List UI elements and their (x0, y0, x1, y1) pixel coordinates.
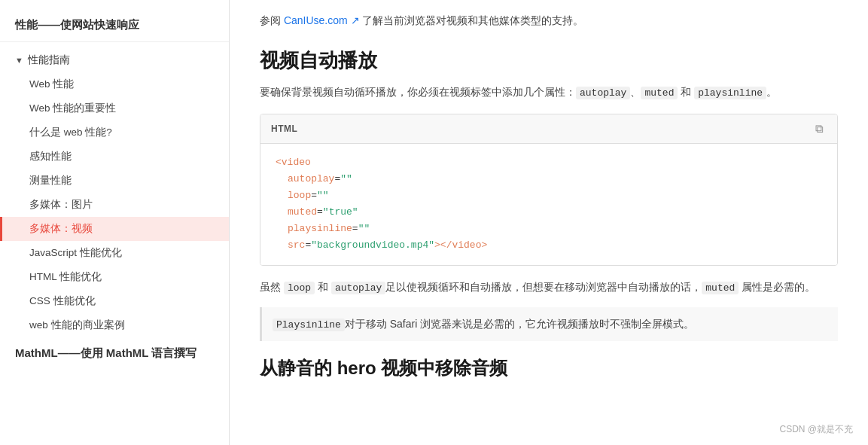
section1-description: 要确保背景视频自动循环播放，你必须在视频标签中添加几个属性：autoplay、m… (260, 83, 838, 102)
code-block: HTML ⧉ <video autoplay="" loop="" muted=… (260, 114, 838, 266)
note1-before: 虽然 (260, 281, 284, 293)
code-block-header: HTML ⧉ (260, 114, 837, 144)
sidebar-item-js-perf[interactable]: JavaScript 性能优化 (0, 241, 229, 265)
code-copy-button[interactable]: ⧉ (812, 120, 827, 137)
sidebar-item-web-perf-importance[interactable]: Web 性能的重要性 (0, 96, 229, 120)
sidebar-arrow-icon: ▼ (15, 56, 23, 65)
sidebar-item-measure-perf[interactable]: 测量性能 (0, 169, 229, 193)
sidebar-item-web-perf[interactable]: Web 性能 (0, 72, 229, 96)
code-lang-label: HTML (271, 123, 297, 134)
code-line-6: src="backgroundvideo.mp4"></video> (276, 237, 822, 254)
attr-playsinline-inline: playsinline (694, 87, 766, 99)
sidebar-item-what-is-web-perf[interactable]: 什么是 web 性能? (0, 120, 229, 145)
sidebar-section-header[interactable]: ▼ 性能指南 (0, 48, 229, 72)
note1-mid2: 足以使视频循环和自动播放，但想要在移动浏览器中自动播放的话， (385, 281, 702, 293)
code-line-1: <video (276, 154, 822, 171)
code-line-3: loop="" (276, 187, 822, 204)
code-line-4: muted="true" (276, 204, 822, 221)
main-wrapper: 参阅 CanIUse.com ↗ 了解当前浏览器对视频和其他媒体类型的支持。 视… (230, 0, 868, 445)
intro-paragraph: 参阅 CanIUse.com ↗ 了解当前浏览器对视频和其他媒体类型的支持。 (260, 0, 838, 36)
note1-code-autoplay: autoplay (331, 282, 385, 294)
sidebar-math-title: MathML——使用 MathML 语言撰写 (0, 337, 229, 365)
attr-muted-inline: muted (641, 87, 678, 99)
section1-title: 视频自动播放 (260, 48, 838, 74)
sidebar-section-label: 性能指南 (28, 53, 70, 67)
sidebar-item-html-perf[interactable]: HTML 性能优化 (0, 265, 229, 289)
sidebar-item-business-case[interactable]: web 性能的商业案例 (0, 313, 229, 337)
main-content: 参阅 CanIUse.com ↗ 了解当前浏览器对视频和其他媒体类型的支持。 视… (230, 0, 868, 445)
playsinline-code: Playsinline (273, 319, 345, 331)
note1-code-muted: muted (702, 282, 739, 294)
code-line-5: playsinline="" (276, 221, 822, 237)
sep1: 、 (630, 86, 641, 98)
desc-after: 。 (766, 86, 777, 98)
playsinline-paragraph: Playsinline对于移动 Safari 浏览器来说是必需的，它允许视频播放… (260, 307, 838, 341)
note1-code-loop: loop (284, 282, 315, 294)
sidebar-item-multimedia-images[interactable]: 多媒体：图片 (0, 193, 229, 217)
note1-after: 属性是必需的。 (742, 281, 815, 293)
playsinline-text-after: 对于移动 Safari 浏览器来说是必需的，它允许视频播放时不强制全屏模式。 (345, 318, 694, 330)
code-block-body: <video autoplay="" loop="" muted="true" … (260, 144, 837, 265)
sidebar-items-list: Web 性能Web 性能的重要性什么是 web 性能?感知性能测量性能多媒体：图… (0, 72, 229, 337)
desc-before: 要确保背景视频自动循环播放，你必须在视频标签中添加几个属性： (260, 86, 576, 98)
watermark: CSDN @就是不充 (779, 423, 853, 436)
intro-text-before: 参阅 (260, 14, 284, 26)
sidebar-item-multimedia-video[interactable]: 多媒体：视频 (0, 217, 229, 241)
intro-text-after: 了解当前浏览器对视频和其他媒体类型的支持。 (360, 14, 584, 26)
note1-paragraph: 虽然 loop 和 autoplay足以使视频循环和自动播放，但想要在移动浏览器… (260, 278, 838, 297)
section2-title: 从静音的 hero 视频中移除音频 (260, 356, 838, 380)
sidebar-title: 性能——使网站快速响应 (0, 12, 229, 42)
sidebar-item-perceived-perf[interactable]: 感知性能 (0, 145, 229, 169)
code-line-2: autoplay="" (276, 171, 822, 187)
sidebar: 性能——使网站快速响应 ▼ 性能指南 Web 性能Web 性能的重要性什么是 w… (0, 0, 230, 445)
sidebar-item-css-perf[interactable]: CSS 性能优化 (0, 289, 229, 313)
attr-autoplay-inline: autoplay (576, 87, 630, 99)
caniuse-link[interactable]: CanIUse.com ↗ (284, 14, 360, 26)
